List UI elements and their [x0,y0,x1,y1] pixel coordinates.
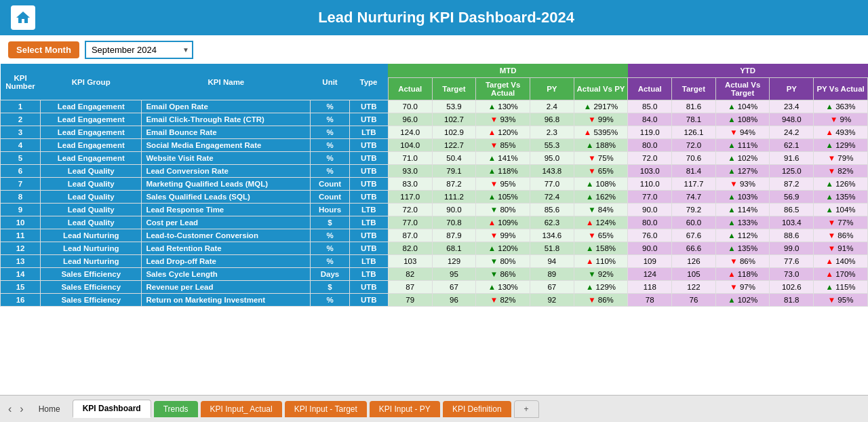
tab-kpi-definition[interactable]: KPI Definition [443,401,511,417]
table-cell: Email Bounce Rate [142,126,311,139]
table-cell: 72.0 [628,152,672,165]
select-month-button[interactable]: Select Month [8,41,79,58]
table-cell: % [311,100,349,113]
table-cell: ▼ 79% [814,152,868,165]
table-cell: 102.7 [432,113,476,126]
table-cell: 56.9 [770,191,814,204]
table-cell: ▼ 65% [574,229,628,242]
table-row: 14Sales EfficiencySales Cycle LengthDays… [1,268,868,281]
table-cell: ▼ 82% [476,294,530,307]
table-cell: Days [311,268,349,281]
table-cell: 11 [1,229,41,242]
table-cell: Sales Efficiency [41,268,142,281]
table-cell: ▼ 92% [574,268,628,281]
table-cell: Lead-to-Customer Conversion [142,229,311,242]
table-cell: 87.9 [432,229,476,242]
table-cell: Marketing Qualified Leads (MQL) [142,178,311,191]
table-cell: 85.0 [628,100,672,113]
table-cell: 80.0 [628,139,672,152]
table-cell: 90.0 [628,242,672,255]
table-cell: 96 [432,294,476,307]
table-cell: 122 [672,281,716,294]
table-cell: LTB [349,204,388,216]
table-cell: ▲ 363% [814,100,868,113]
table-cell: Revenue per Lead [142,281,311,294]
table-cell: 87.0 [388,229,432,242]
table-cell: UTB [349,113,388,126]
table-row: 1Lead EngagementEmail Open Rate%UTB70.05… [1,100,868,113]
table-cell: ▲ 140% [814,255,868,268]
table-cell: 79 [388,294,432,307]
table-cell: 70.8 [432,216,476,229]
kpi-table: KPI Number KPI Group KPI Name Unit Type … [0,64,868,307]
table-cell: ▼ 95% [814,294,868,307]
table-cell: ▲ 105% [476,191,530,204]
table-cell: 82 [388,268,432,281]
next-tab-button[interactable]: › [17,403,26,415]
table-row: 9Lead QualityLead Response TimeHoursLTB7… [1,204,868,216]
table-cell: 87.2 [770,178,814,191]
table-cell: 95 [432,268,476,281]
table-cell: UTB [349,281,388,294]
table-cell: 80.0 [628,216,672,229]
table-cell: 70.0 [388,100,432,113]
table-cell: ▼ 93% [476,113,530,126]
table-cell: Lead Drop-off Rate [142,255,311,268]
table-cell: 79.2 [672,204,716,216]
table-cell: % [311,126,349,139]
table-cell: % [311,242,349,255]
col-kpi-name: KPI Name [142,64,311,100]
table-cell: ▲ 129% [574,281,628,294]
table-cell: 105 [672,268,716,281]
table-cell: ▲ 135% [814,191,868,204]
table-cell: 81.4 [672,165,716,178]
table-cell: 92 [530,294,574,307]
table-cell: ▲ 112% [715,229,770,242]
table-cell: % [311,294,349,307]
table-cell: Count [311,178,349,191]
ytd-group-header: YTD [628,64,868,78]
table-cell: 13 [1,255,41,268]
table-cell: UTB [349,178,388,191]
tab-kpi-dashboard[interactable]: KPI Dashboard [73,400,151,418]
tab-trends[interactable]: Trends [154,401,198,417]
table-cell: Lead Quality [41,216,142,229]
tab-home[interactable]: Home [29,401,70,417]
prev-tab-button[interactable]: ‹ [5,403,14,415]
table-cell: ▲ 120% [476,126,530,139]
table-cell: ▼ 80% [476,255,530,268]
table-cell: 8 [1,191,41,204]
tab-kpi-input-py[interactable]: KPI Input - PY [370,401,440,417]
table-cell: 72.4 [530,191,574,204]
table-cell: UTB [349,152,388,165]
col-kpi-group: KPI Group [41,64,142,100]
table-cell: 86.5 [770,204,814,216]
table-cell: % [311,165,349,178]
col-ytd-target: Target [672,78,716,100]
table-cell: ▼ 86% [814,229,868,242]
table-cell: 109 [628,255,672,268]
table-cell: 95.0 [530,152,574,165]
table-cell: $ [311,216,349,229]
table-cell: 111.2 [432,191,476,204]
table-cell: Lead Nurturing [41,255,142,268]
tab-add-button[interactable]: + [514,400,539,418]
month-select[interactable]: September 2024 August 2024 July 2024 Oct… [85,41,193,59]
table-cell: ▼ 75% [574,152,628,165]
table-cell: ▲ 126% [814,178,868,191]
table-cell: ▼ 85% [476,139,530,152]
table-cell: Lead Engagement [41,126,142,139]
table-cell: UTB [349,191,388,204]
tab-kpi-input-target[interactable]: KPI Input - Target [285,401,367,417]
tab-kpi-input-actual[interactable]: KPI Input_ Actual [201,401,282,417]
table-cell: ▼ 94% [715,126,770,139]
table-cell: $ [311,281,349,294]
table-cell: 103.4 [770,216,814,229]
table-cell: ▲ 115% [814,281,868,294]
table-cell: LTB [349,255,388,268]
table-cell: ▲ 2917% [574,100,628,113]
mtd-group-header: MTD [388,64,627,78]
table-cell: 117.0 [388,191,432,204]
home-icon[interactable] [11,5,35,30]
table-cell: 125.0 [770,165,814,178]
